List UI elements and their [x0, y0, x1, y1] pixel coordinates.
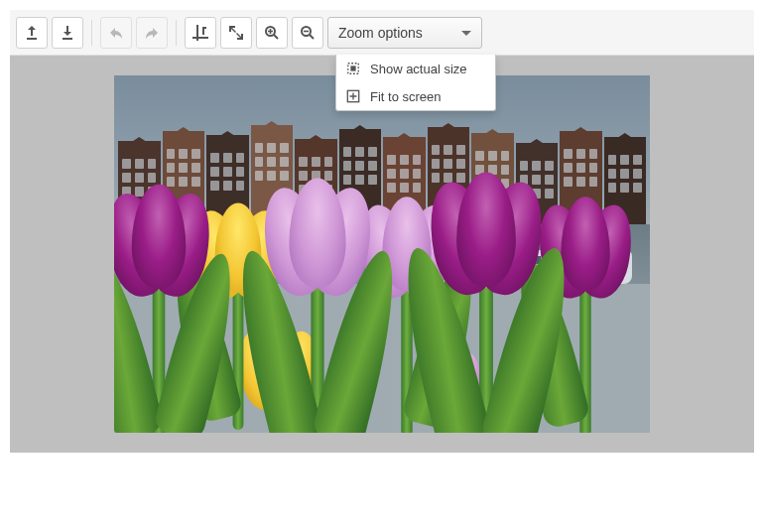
- menu-item-label: Fit to screen: [370, 89, 442, 104]
- menu-item-label: Show actual size: [370, 62, 467, 76]
- toolbar-separator: [176, 20, 177, 46]
- menu-item-actual-size[interactable]: Show actual size: [336, 55, 495, 82]
- upload-icon: [24, 25, 40, 41]
- undo-button[interactable]: [100, 17, 132, 49]
- menu-item-fit-to-screen[interactable]: Fit to screen: [336, 82, 495, 110]
- redo-icon: [144, 25, 160, 41]
- chevron-down-icon: [461, 31, 471, 36]
- open-button[interactable]: [16, 17, 48, 49]
- resize-icon: [228, 25, 244, 41]
- download-icon: [60, 25, 75, 41]
- fit-screen-icon: [346, 89, 360, 103]
- zoom-options-menu: Show actual size Fit to screen: [335, 55, 496, 111]
- zoom-options-label: Zoom options: [338, 25, 423, 41]
- undo-icon: [108, 25, 124, 41]
- crop-icon: [192, 25, 208, 41]
- zoom-options-dropdown[interactable]: Zoom options: [327, 17, 482, 49]
- actual-size-icon: [346, 62, 360, 75]
- redo-button[interactable]: [136, 17, 168, 49]
- zoom-in-icon: [264, 25, 280, 41]
- zoom-out-icon: [300, 25, 316, 41]
- toolbar-separator: [91, 20, 92, 46]
- image-editor: Zoom options Show actual size Fit to scr…: [10, 10, 754, 453]
- zoom-in-button[interactable]: [256, 17, 288, 49]
- image-canvas[interactable]: [10, 56, 754, 453]
- resize-button[interactable]: [220, 17, 252, 49]
- toolbar: Zoom options Show actual size Fit to scr…: [10, 10, 754, 56]
- download-button[interactable]: [52, 17, 83, 49]
- edited-image: [114, 75, 650, 433]
- zoom-out-button[interactable]: [292, 17, 323, 49]
- crop-button[interactable]: [185, 17, 216, 49]
- svg-rect-3: [350, 66, 355, 70]
